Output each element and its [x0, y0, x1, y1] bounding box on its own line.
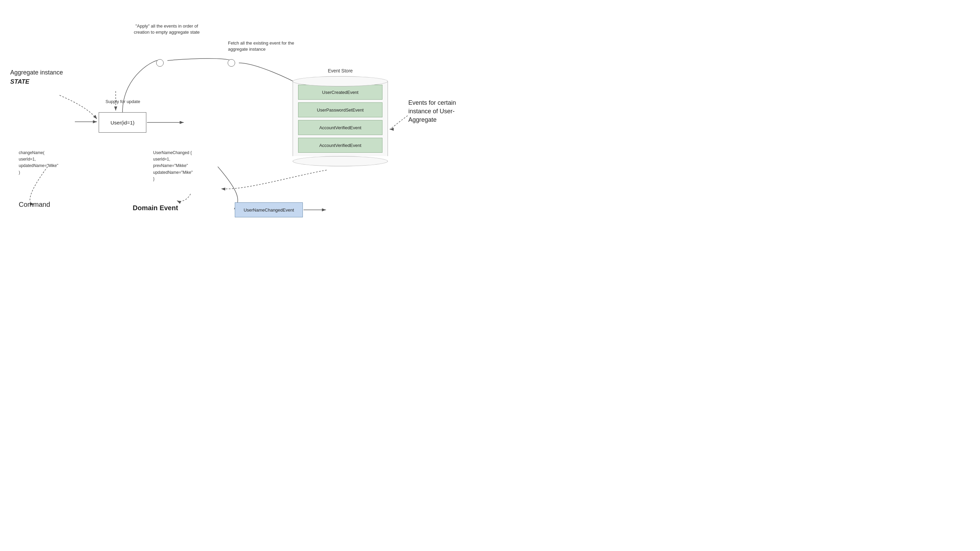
event-store-title: Event Store: [293, 68, 388, 73]
supply-for-update-label: Supply for update: [105, 98, 140, 105]
cylinder-body: UserCreatedEvent UserPasswordSetEvent Ac…: [293, 81, 388, 156]
username-changed-event-box: UserNameChangedEvent: [235, 202, 303, 218]
command-code: changeName( userId=1, updatedName="Mike"…: [19, 150, 58, 176]
user-box: User(id=1): [99, 112, 146, 133]
fetch-events-label: Fetch all the existing event for the agg…: [228, 40, 296, 52]
event-box-2: UserPasswordSetEvent: [298, 102, 382, 118]
diagram-container: Aggregate instance STATE "Apply" all the…: [0, 0, 490, 275]
event-store-container: Event Store UserCreatedEvent UserPasswor…: [293, 68, 388, 171]
event-box-4: AccountVerifiedEvent: [298, 138, 382, 153]
event-box-3: AccountVerifiedEvent: [298, 120, 382, 135]
cylinder-top: [293, 76, 388, 86]
cylinder: UserCreatedEvent UserPasswordSetEvent Ac…: [293, 76, 388, 171]
command-label: Command: [19, 201, 50, 208]
domain-event-label: Domain Event: [133, 204, 178, 212]
events-for-instance-label: Events for certain instance of User-Aggr…: [408, 98, 476, 124]
apply-events-label: "Apply" all the events in order of creat…: [133, 23, 201, 35]
cylinder-bottom: [293, 156, 388, 166]
aggregate-state-label: Aggregate instance STATE: [10, 68, 63, 86]
event-box-1: UserCreatedEvent: [298, 85, 382, 100]
domain-event-code: UserNameChanged { userId=1, prevName="Mi…: [153, 150, 192, 182]
arc-node-right: [228, 59, 235, 67]
arc-node-left: [156, 59, 164, 67]
